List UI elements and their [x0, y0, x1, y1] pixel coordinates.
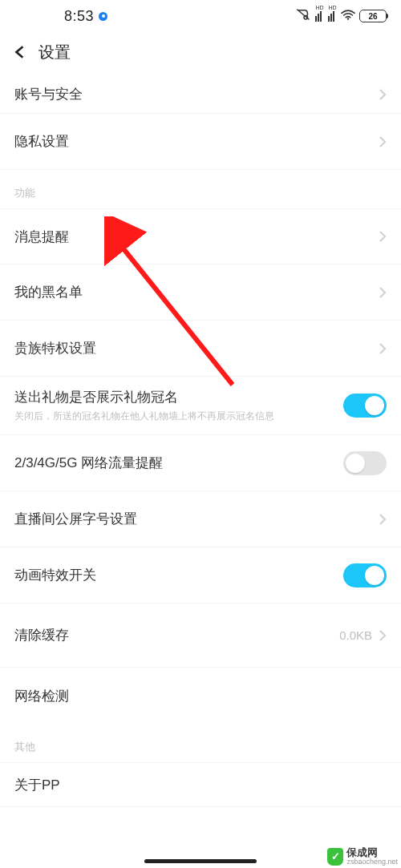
row-label: 贵族特权设置 [14, 339, 379, 357]
battery-icon: 26 [359, 10, 387, 22]
status-bar: 8:53 HD HD 26 [0, 0, 401, 32]
page-header: 设置 [0, 32, 401, 72]
shield-icon: ✓ [327, 848, 343, 866]
chevron-right-icon [379, 629, 387, 642]
wifi-icon [341, 10, 355, 23]
row-clear-cache[interactable]: 清除缓存 0.0KB [0, 604, 401, 668]
chevron-right-icon [379, 135, 387, 148]
row-label: 直播间公屏字号设置 [14, 510, 379, 528]
status-time: 8:53 [64, 8, 94, 25]
back-icon[interactable] [13, 45, 27, 59]
row-network-check[interactable]: 网络检测 [0, 668, 401, 724]
row-label: 我的黑名单 [14, 283, 379, 301]
toggle-animation[interactable] [343, 563, 387, 587]
chevron-right-icon [379, 230, 387, 243]
row-label: 账号与安全 [14, 85, 379, 103]
row-label: 隐私设置 [14, 132, 379, 151]
row-label: 动画特效开关 [14, 566, 343, 584]
watermark-url: zsbaocheng.net [346, 858, 398, 866]
mute-icon [297, 8, 311, 24]
row-label: 关于PP [14, 776, 387, 794]
home-indicator[interactable] [144, 859, 257, 863]
row-animation-effects: 动画特效开关 [0, 547, 401, 604]
row-blacklist[interactable]: 我的黑名单 [0, 264, 401, 321]
row-about[interactable]: 关于PP [0, 762, 401, 807]
row-privacy[interactable]: 隐私设置 [0, 114, 401, 170]
section-title-functions: 功能 [0, 170, 401, 208]
toggle-gift-name[interactable] [343, 394, 387, 418]
row-noble-privilege[interactable]: 贵族特权设置 [0, 321, 401, 377]
chevron-right-icon [379, 88, 387, 101]
chevron-right-icon [379, 342, 387, 355]
row-subtitle: 关闭后，所送的冠名礼物在他人礼物墙上将不再展示冠名信息 [14, 410, 343, 423]
row-label: 网络检测 [14, 687, 387, 705]
chevron-right-icon [379, 286, 387, 299]
row-data-usage-alert: 2/3/4G/5G 网络流量提醒 [0, 435, 401, 491]
chevron-right-icon [379, 513, 387, 526]
row-gift-name-display: 送出礼物是否展示礼物冠名 关闭后，所送的冠名礼物在他人礼物墙上将不再展示冠名信息 [0, 377, 401, 435]
section-title-other: 其他 [0, 724, 401, 762]
svg-point-2 [347, 18, 349, 19]
cache-size-value: 0.0KB [339, 628, 372, 642]
row-label: 消息提醒 [14, 228, 379, 246]
status-app-indicator-icon [99, 12, 107, 21]
watermark-brand: 保成网 [346, 847, 398, 858]
row-notifications[interactable]: 消息提醒 [0, 208, 401, 264]
row-label: 送出礼物是否展示礼物冠名 [14, 388, 343, 406]
row-chat-font-size[interactable]: 直播间公屏字号设置 [0, 491, 401, 547]
signal-2-icon: HD [328, 11, 337, 22]
watermark: ✓ 保成网 zsbaocheng.net [322, 845, 401, 868]
row-account-security[interactable]: 账号与安全 [0, 72, 401, 114]
page-title: 设置 [38, 42, 71, 63]
row-label: 清除缓存 [14, 626, 339, 644]
toggle-data-alert[interactable] [343, 451, 387, 475]
row-label: 2/3/4G/5G 网络流量提醒 [14, 454, 343, 472]
signal-1-icon: HD [315, 11, 324, 22]
